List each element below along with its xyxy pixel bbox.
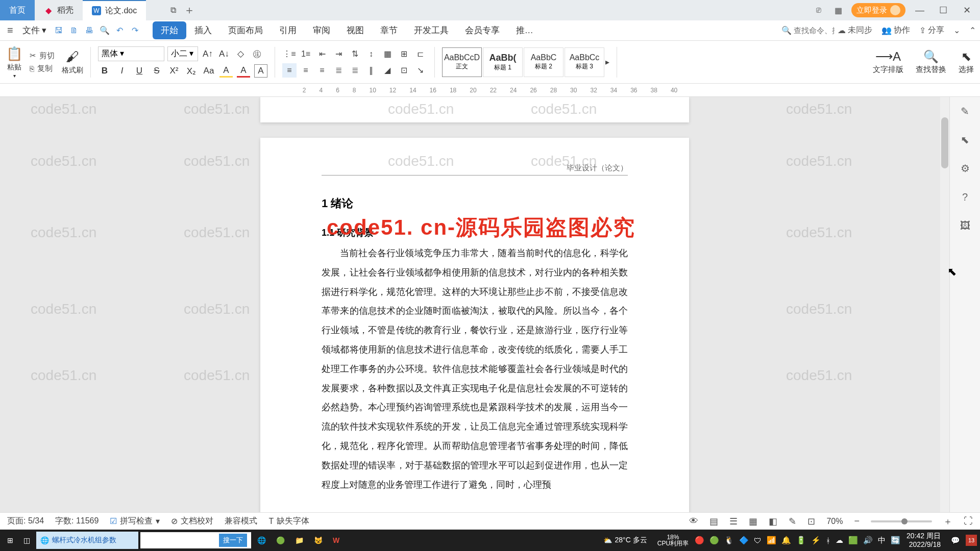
vertical-scrollbar[interactable] [940, 97, 949, 524]
menu-tab-pagelayout[interactable]: 页面布局 [220, 21, 271, 39]
horizontal-ruler[interactable]: 246810121416182022242628303234363840 [0, 84, 980, 97]
align-center-button[interactable]: ≡ [299, 63, 313, 78]
clear-format-button[interactable]: ◇ [234, 47, 247, 61]
text-layout-button[interactable]: ⟶A文字排版 [873, 49, 903, 74]
distribute-button[interactable]: ≣ [348, 63, 362, 78]
superscript-button[interactable]: X² [167, 64, 181, 78]
reading-mode-icon[interactable]: 👁 [689, 516, 698, 527]
menu-tab-section[interactable]: 章节 [372, 21, 406, 39]
ie-browser-icon[interactable]: 🌐螺杆式冷水机组参数 [36, 532, 138, 549]
increase-indent-button[interactable]: ⇥ [331, 47, 346, 61]
style-body[interactable]: AaBbCcD正文 [442, 47, 482, 77]
cpu-widget[interactable]: 18%CPU利用率 [653, 532, 693, 549]
para-more-button[interactable]: ↘ [413, 63, 427, 78]
command-search[interactable]: 🔍 [781, 26, 835, 35]
menu-tab-start[interactable]: 开始 [153, 21, 186, 39]
weather-widget[interactable]: ⛅28°C 多云 [599, 532, 651, 549]
tray-icon[interactable]: 🐧 [724, 536, 734, 545]
tabs-button[interactable]: ⊏ [413, 47, 427, 61]
qa-redo-icon[interactable]: ↷ [129, 24, 141, 37]
collapse-ribbon-icon[interactable]: ⌃ [969, 26, 976, 35]
app-icon-1[interactable]: 😺 [310, 532, 327, 549]
start-button[interactable]: ⊞ [3, 532, 17, 549]
wps-icon[interactable]: W [329, 532, 344, 549]
decrease-indent-button[interactable]: ⇤ [315, 47, 329, 61]
qa-saveas-icon[interactable]: 🗎 [68, 24, 80, 37]
strikethrough-button[interactable]: S [150, 64, 163, 78]
char-border-button[interactable]: A [254, 64, 267, 78]
nav-pane-icon[interactable]: ◧ [769, 516, 777, 527]
missing-font[interactable]: T缺失字体 [268, 516, 309, 527]
print-layout-icon[interactable]: ▤ [709, 516, 718, 527]
edge-icon[interactable]: 🌐 [253, 532, 270, 549]
maximize-button[interactable]: ☐ [934, 0, 952, 20]
fullscreen-icon[interactable]: ⛶ [964, 516, 973, 527]
outline-view-icon[interactable]: ☰ [729, 516, 738, 527]
tray-app-icon[interactable]: 🟩 [848, 536, 858, 545]
layout-icon[interactable]: ⎚ [812, 4, 825, 17]
grow-font-button[interactable]: A↑ [201, 47, 214, 61]
tab-home[interactable]: 首页 [0, 0, 35, 20]
zoom-thumb[interactable] [901, 518, 908, 524]
menu-tab-review[interactable]: 审阅 [305, 21, 338, 39]
style-heading3[interactable]: AaBbCc标题 3 [565, 47, 604, 77]
tray-shield-icon[interactable]: 🛡 [754, 536, 762, 545]
taskbar-search-button[interactable]: 搜一下 [219, 534, 247, 547]
highlight-button[interactable]: A [219, 64, 233, 78]
bullets-button[interactable]: ⋮≡ [282, 47, 297, 61]
hamburger-icon[interactable]: ≡ [4, 24, 16, 36]
style-heading2[interactable]: AaBbC标题 2 [524, 47, 564, 77]
proofread-button[interactable]: ⊘文档校对 [171, 516, 213, 527]
select-button[interactable]: ⬉选择 [959, 49, 974, 74]
numbering-button[interactable]: 1≡ [299, 47, 313, 61]
tray-sync-icon[interactable]: 🔄 [891, 536, 900, 545]
line-spacing-button[interactable]: ↕ [364, 47, 378, 61]
menu-tab-devtools[interactable]: 开发工具 [406, 21, 457, 39]
align-justify-button[interactable]: ≣ [331, 63, 346, 78]
font-name-select[interactable]: 黑体 ▾ [98, 46, 164, 61]
fill-button[interactable]: ◢ [380, 63, 395, 78]
subscript-button[interactable]: X₂ [185, 64, 198, 78]
pencil-icon[interactable]: ✎ [957, 103, 973, 119]
align-right-button[interactable]: ≡ [315, 63, 329, 78]
shrink-font-button[interactable]: A↓ [217, 47, 231, 61]
minimize-button[interactable]: — [911, 0, 929, 20]
tray-volume-icon[interactable]: 🔊 [863, 536, 873, 545]
bold-button[interactable]: B [98, 64, 111, 78]
menu-tab-insert[interactable]: 插入 [186, 21, 220, 39]
taskbar-search-input[interactable] [144, 536, 216, 544]
cut-button[interactable]: ✂剪切 [30, 51, 55, 61]
chrome-icon[interactable]: 🟢 [272, 532, 289, 549]
zoom-level[interactable]: 70% [826, 517, 843, 526]
style-heading1[interactable]: AaBb(标题 1 [483, 47, 523, 77]
shading-button[interactable]: ▦ [380, 47, 395, 61]
tray-bell-icon[interactable]: 🔔 [781, 536, 791, 545]
change-case-button[interactable]: Aa [202, 64, 215, 78]
tray-cloud-icon[interactable]: ☁ [836, 536, 843, 545]
menu-tab-vip[interactable]: 会员专享 [457, 21, 508, 39]
taskbar-search[interactable]: 搜一下 [140, 532, 251, 548]
zoom-out-button[interactable]: − [854, 516, 860, 527]
paste-button[interactable]: 📋粘贴▾ [6, 46, 22, 79]
menu-file[interactable]: 文件 ▾ [19, 24, 50, 36]
tab-docker-templates[interactable]: ◆ 稻壳 [35, 0, 83, 20]
new-tab-button[interactable]: ＋ [180, 3, 199, 18]
tab-document[interactable]: W 论文.doc [83, 0, 146, 20]
phonetic-button[interactable]: ㊟ [250, 47, 263, 61]
format-painter-button[interactable]: 🖌格式刷 [62, 49, 83, 75]
qa-print-icon[interactable]: 🖶 [83, 24, 95, 37]
image-tool-icon[interactable]: 🖼 [957, 217, 973, 234]
sort-button[interactable]: ⇅ [348, 47, 362, 61]
tray-power-icon[interactable]: ⚡ [811, 536, 821, 545]
menu-caret-icon[interactable]: ⌄ [953, 26, 960, 35]
apps-grid-icon[interactable]: ▦ [830, 4, 846, 17]
taskbar-clock[interactable]: 20:42 周日 2022/9/18 [902, 532, 945, 549]
zoom-in-button[interactable]: ＋ [943, 515, 952, 528]
tray-battery-icon[interactable]: 🔋 [796, 536, 806, 545]
fit-width-icon[interactable]: ⊡ [807, 516, 815, 527]
menu-tab-more[interactable]: 推… [508, 21, 542, 39]
qa-save-icon[interactable]: 🖫 [53, 24, 65, 37]
tab-popout-icon[interactable]: ⧉ [166, 4, 180, 17]
explorer-icon[interactable]: 📁 [291, 532, 308, 549]
settings-sliders-icon[interactable]: ⚙ [957, 160, 973, 177]
